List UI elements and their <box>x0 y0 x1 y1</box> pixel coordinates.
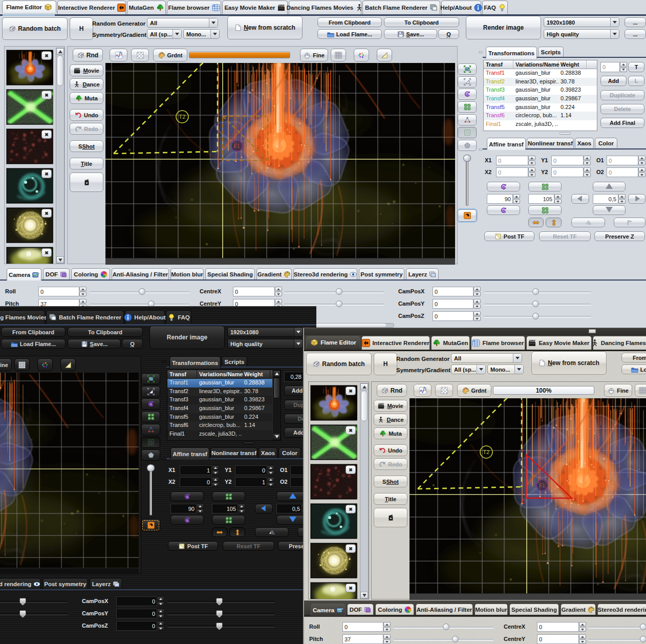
svg-text:F1: F1 <box>234 143 240 149</box>
svg-text:F1: F1 <box>539 483 545 488</box>
svg-text:x: x <box>574 496 577 502</box>
svg-text:y: y <box>527 447 530 454</box>
svg-text:O: O <box>522 499 526 505</box>
